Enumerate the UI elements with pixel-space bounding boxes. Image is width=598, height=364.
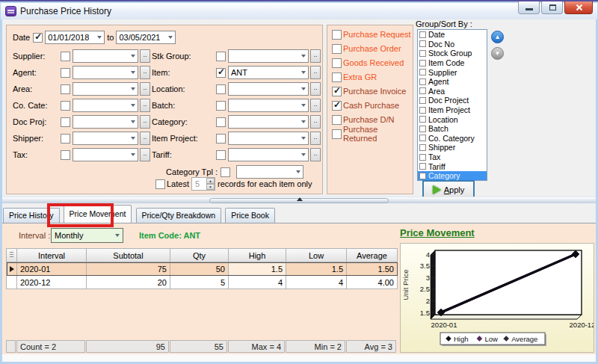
goods-received-checkbox[interactable] [332, 58, 342, 68]
group-sort-item-category[interactable]: Category [418, 171, 487, 181]
agent-browse-button[interactable]: .. [140, 66, 150, 79]
batch-checkbox[interactable] [216, 101, 226, 111]
col-interval[interactable]: Interval [17, 249, 87, 262]
doc-proj-combo[interactable] [73, 115, 138, 129]
co-cate-browse-button[interactable]: .. [140, 99, 150, 112]
item-checkbox[interactable] [419, 40, 426, 47]
location-combo[interactable] [228, 82, 309, 96]
group-sort-item-tariff[interactable]: Tariff [418, 161, 487, 171]
item-checkbox[interactable] [419, 154, 426, 161]
agent-combo[interactable] [73, 66, 138, 79]
group-sort-item-item-code[interactable]: Item Code [418, 58, 487, 68]
location-browse-button[interactable]: .. [310, 82, 321, 96]
tab-price-qty-breakdown[interactable]: Price/Qty Breakdown [136, 208, 222, 223]
area-browse-button[interactable]: .. [140, 82, 150, 96]
spinner-down-icon[interactable]: ▼ [206, 184, 215, 190]
agent-checkbox[interactable] [61, 68, 70, 78]
group-sort-item-location[interactable]: Location [418, 114, 487, 124]
item-checkbox[interactable] [419, 31, 426, 38]
tax-combo[interactable] [73, 148, 138, 161]
group-sort-item-supplier[interactable]: Supplier [418, 67, 487, 77]
item-checkbox[interactable] [419, 107, 426, 114]
doc-proj-browse-button[interactable]: .. [140, 115, 150, 129]
interval-combo[interactable]: Monthly [51, 228, 123, 243]
extra-gr-checkbox[interactable] [332, 73, 342, 82]
apply-button[interactable]: Apply [423, 181, 474, 198]
item-project-checkbox[interactable] [216, 134, 226, 144]
purchase-request-checkbox[interactable] [332, 30, 342, 40]
table-row[interactable]: 2020-12 20 5 4 4 4.00 [7, 276, 398, 289]
item-checkbox[interactable] [419, 126, 426, 132]
group-sort-item-date[interactable]: Date [418, 30, 487, 40]
item-checkbox[interactable] [419, 163, 426, 170]
col-average[interactable]: Average [347, 249, 398, 262]
item-checkbox[interactable] [419, 87, 426, 94]
group-sort-item-co-category[interactable]: Co. Category [418, 134, 487, 144]
batch-combo[interactable] [228, 99, 309, 112]
item-checkbox[interactable] [419, 135, 426, 141]
group-sort-item-area[interactable]: Area [418, 87, 487, 96]
co-cate-checkbox[interactable] [61, 101, 70, 111]
latest-checkbox[interactable] [155, 179, 165, 189]
close-button[interactable] [564, 1, 593, 14]
supplier-browse-button[interactable]: .. [140, 49, 150, 63]
item-checkbox[interactable] [419, 69, 426, 75]
group-sort-item-doc-project[interactable]: Doc Project [418, 96, 487, 105]
cash-purchase-checkbox[interactable] [332, 101, 342, 111]
tariff-browse-button[interactable]: .. [310, 148, 321, 161]
row-selector-header[interactable] [7, 249, 17, 262]
group-sort-item-agent[interactable]: Agent [418, 77, 487, 87]
area-combo[interactable] [73, 82, 138, 96]
item-browse-button[interactable]: .. [310, 66, 321, 79]
tab-price-book[interactable]: Price Book [225, 208, 275, 223]
stk-group-browse-button[interactable]: .. [310, 49, 321, 63]
group-sort-item-batch[interactable]: Batch [418, 124, 487, 134]
category-checkbox[interactable] [216, 117, 226, 127]
item-checkbox[interactable] [419, 97, 426, 104]
category-tpl-checkbox[interactable] [221, 167, 230, 177]
item-checkbox[interactable] [216, 68, 226, 78]
shipper-combo[interactable] [73, 132, 138, 145]
shipper-browse-button[interactable]: .. [140, 132, 150, 145]
item-project-combo[interactable] [228, 132, 309, 145]
group-sort-item-stock-group[interactable]: Stock Group [418, 49, 487, 58]
group-sort-item-shipper[interactable]: Shipper [418, 143, 487, 152]
item-checkbox[interactable] [419, 60, 426, 67]
col-low[interactable]: Low [286, 249, 347, 262]
tax-checkbox[interactable] [61, 150, 70, 160]
purchase-invoice-checkbox[interactable] [332, 87, 342, 96]
date-to-combo[interactable]: 03/05/2021 [116, 31, 176, 44]
area-checkbox[interactable] [61, 84, 70, 94]
purchase-dn-checkbox[interactable] [332, 115, 342, 125]
maximize-button[interactable] [541, 1, 563, 14]
group-sort-item-tax[interactable]: Tax [418, 152, 487, 162]
item-checkbox[interactable] [419, 50, 426, 57]
shipper-checkbox[interactable] [61, 134, 70, 144]
latest-count-spinner[interactable]: 5 ▲▼ [191, 177, 215, 191]
category-browse-button[interactable]: .. [310, 115, 321, 129]
item-combo[interactable]: ANT [228, 66, 309, 79]
item-project-browse-button[interactable]: .. [310, 132, 321, 145]
col-subtotal[interactable]: Subtotal [87, 249, 170, 262]
item-checkbox[interactable] [419, 116, 426, 123]
co-cate-combo[interactable] [73, 99, 138, 112]
tab-price-movement[interactable]: Price Movement [64, 205, 132, 223]
group-sort-item-doc-no[interactable]: Doc No [418, 40, 487, 49]
stk-group-combo[interactable] [228, 49, 309, 63]
date-from-combo[interactable]: 01/01/2018 [45, 31, 105, 44]
group-sort-item-item-project[interactable]: Item Project [418, 105, 487, 115]
col-high[interactable]: High [229, 249, 286, 262]
item-checkbox[interactable] [419, 144, 426, 151]
tab-price-history[interactable]: Price History [3, 208, 60, 223]
date-checkbox[interactable] [33, 33, 43, 43]
table-row[interactable]: 2020-01 75 50 1.5 1.5 1.50 [7, 262, 398, 276]
tariff-checkbox[interactable] [216, 150, 226, 160]
doc-proj-checkbox[interactable] [61, 117, 70, 127]
batch-browse-button[interactable]: .. [310, 99, 321, 112]
supplier-combo[interactable] [73, 49, 138, 63]
move-up-button[interactable]: ▲ [491, 31, 504, 43]
tax-browse-button[interactable]: .. [140, 148, 150, 161]
minimize-button[interactable] [518, 1, 540, 14]
col-qty[interactable]: Qty [170, 249, 229, 262]
category-combo[interactable] [228, 115, 309, 129]
